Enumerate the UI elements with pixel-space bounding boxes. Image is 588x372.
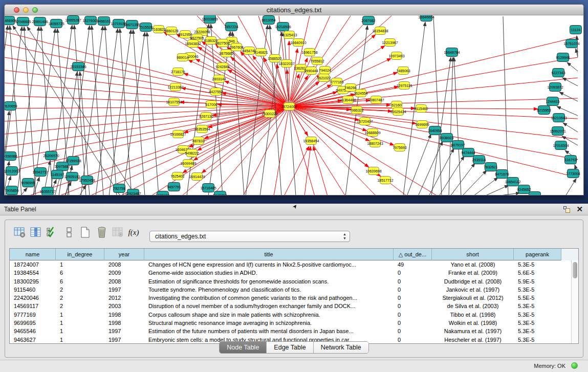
graph-node[interactable]: 9245652 (517, 185, 531, 194)
graph-node[interactable]: 20891406 (32, 17, 48, 26)
graph-node[interactable]: 9457791 (167, 183, 181, 191)
graph-node[interactable]: 18322037 (278, 60, 294, 68)
graph-node[interactable]: 7163822 (151, 26, 165, 33)
graph-node[interactable]: 12505193 (64, 172, 80, 181)
tab-edge-table[interactable]: Edge Table (267, 342, 313, 353)
graph-node[interactable]: 12046605 (15, 17, 31, 26)
graph-node[interactable]: 10639698 (365, 167, 381, 175)
graph-node[interactable]: 1588520 (268, 55, 281, 62)
graph-node[interactable]: 7857224 (224, 23, 238, 31)
graph-node[interactable]: 9242848 (215, 63, 229, 71)
graph-node[interactable]: 18517712 (377, 177, 393, 184)
graph-node[interactable]: 517006 (205, 101, 217, 108)
graph-node[interactable]: 17952458 (79, 176, 95, 185)
graph-node[interactable]: 2935114 (472, 156, 486, 164)
delete-table-button[interactable] (94, 225, 110, 239)
graph-node[interactable]: 7955812 (310, 57, 324, 65)
table-row[interactable]: 969969511998Structural magnetic resonanc… (10, 319, 578, 327)
table-row[interactable]: 1456911722003Disruption of a novel membe… (10, 302, 578, 310)
graph-node[interactable]: 7515526 (139, 23, 153, 32)
column-header-3[interactable]: title (144, 249, 394, 260)
graph-node[interactable]: 15992071 (550, 127, 565, 136)
graph-node[interactable]: 12213387 (167, 83, 183, 91)
graph-node[interactable]: 794024 (319, 67, 331, 74)
graph-node[interactable]: 16033809 (202, 15, 217, 24)
window-titlebar[interactable]: citations_edges.txt (5, 5, 583, 15)
graph-node[interactable]: 6879197 (451, 141, 465, 149)
graph-node[interactable]: 116753 (565, 156, 577, 164)
graph-node[interactable]: 8471676 (495, 170, 509, 179)
delete-table-disabled-button[interactable] (111, 225, 126, 239)
select-all-button[interactable] (45, 225, 60, 239)
column-header-5[interactable]: short (432, 249, 514, 260)
tab-network-table[interactable]: Network Table (314, 342, 368, 353)
graph-node[interactable]: 10655287 (65, 16, 81, 25)
float-panel-icon[interactable] (563, 206, 571, 213)
table-row[interactable]: 977716911998Corpus callosum shape and si… (10, 311, 578, 319)
column-header-2[interactable]: year (104, 249, 144, 260)
graph-node[interactable]: 989014 (177, 54, 188, 61)
column-header-4[interactable]: △ out_de... (394, 249, 432, 260)
graph-node[interactable]: 16961758 (301, 49, 317, 56)
graph-node[interactable]: 5498222 (185, 149, 199, 157)
graph-node[interactable]: 1640954 (428, 126, 442, 135)
new-table-button[interactable] (78, 225, 93, 239)
graph-node[interactable]: 8938923 (440, 134, 453, 142)
graph-node[interactable]: 8267130 (199, 113, 213, 120)
table-row[interactable]: 2242004622012Investigating the contribut… (10, 294, 578, 302)
graph-node[interactable]: 12923467 (125, 189, 141, 196)
graph-node[interactable]: 1809871 (528, 192, 541, 196)
graph-node[interactable]: 9827508 (215, 39, 229, 47)
graph-node[interactable]: 16154838 (372, 27, 388, 35)
graph-node[interactable]: 9474444 (461, 148, 475, 157)
graph-node[interactable]: 19218506 (275, 23, 291, 31)
graph-node[interactable]: 7485063 (396, 67, 410, 75)
table-row[interactable]: 1872400712008Changes of HCN gene express… (10, 260, 578, 269)
graph-node[interactable]: 12093872 (547, 83, 563, 92)
table-row[interactable]: 911546021997Tourette syndrome. Phenomeno… (10, 286, 578, 294)
scrollbar-thumb[interactable] (573, 262, 577, 278)
network-view-canvas[interactable]: 1872400719466906120466052089140614055725… (5, 15, 583, 195)
graph-node[interactable]: 9875685 (219, 50, 233, 57)
graph-node[interactable]: 15276007 (82, 16, 98, 25)
vertical-scrollbar[interactable] (571, 260, 578, 344)
graph-node[interactable]: 16210643 (551, 114, 567, 122)
graph-node[interactable]: 887833 (192, 137, 204, 145)
graph-node[interactable]: 7905859 (5, 186, 18, 195)
graph-node[interactable]: 1773004 (566, 169, 580, 178)
graph-node[interactable]: 11012003 (5, 167, 19, 176)
graph-node[interactable]: 9129946 (556, 53, 570, 62)
graph-node[interactable]: 9048752 (213, 191, 227, 196)
graph-node[interactable]: 18107553 (166, 98, 182, 106)
graph-node[interactable]: 2087682 (361, 16, 375, 25)
graph-node[interactable]: 20206570 (43, 151, 59, 160)
graph-node[interactable]: 12975115 (397, 82, 412, 90)
graph-node[interactable]: 9056995 (21, 179, 35, 187)
graph-node[interactable]: 11124 (570, 26, 582, 34)
table-selector-dropdown[interactable]: citations_edges.txt ▲▼ (149, 231, 350, 242)
tab-node-table[interactable]: Node Table (220, 342, 267, 353)
graph-node[interactable]: 30975887 (54, 162, 70, 171)
graph-node[interactable]: 7986322 (350, 106, 363, 114)
table-row[interactable]: 1830029562008Estimation of significance … (10, 277, 578, 286)
graph-node[interactable]: 15716485 (200, 184, 216, 192)
column-header-6[interactable]: pagerank (514, 249, 561, 260)
graph-node[interactable]: 9699695 (415, 121, 429, 128)
graph-node[interactable]: 9356988 (5, 152, 17, 161)
graph-node[interactable]: 11325413 (281, 31, 297, 39)
graph-node[interactable]: 16055717 (39, 187, 55, 196)
table-row[interactable]: 946554611997Estimation of the future num… (10, 327, 578, 335)
graph-node[interactable]: 9466161 (97, 17, 111, 26)
graph-node[interactable]: 14055725 (48, 19, 64, 28)
function-builder-button[interactable]: f(x) (127, 225, 140, 239)
graph-node[interactable]: 8215953 (537, 106, 551, 115)
graph-node[interactable]: 2967608 (229, 43, 243, 51)
graph-node[interactable]: 2620659 (5, 102, 17, 111)
graph-node[interactable]: 9146821 (254, 49, 268, 56)
graph-node[interactable]: 19671355 (124, 20, 140, 29)
graph-node[interactable]: 12213967 (382, 39, 398, 47)
clear-selection-button[interactable] (61, 225, 77, 239)
graph-node[interactable]: 1373905 (156, 191, 169, 196)
graph-node[interactable]: 10654112 (505, 178, 521, 186)
graph-node[interactable]: 16646604 (418, 15, 434, 21)
